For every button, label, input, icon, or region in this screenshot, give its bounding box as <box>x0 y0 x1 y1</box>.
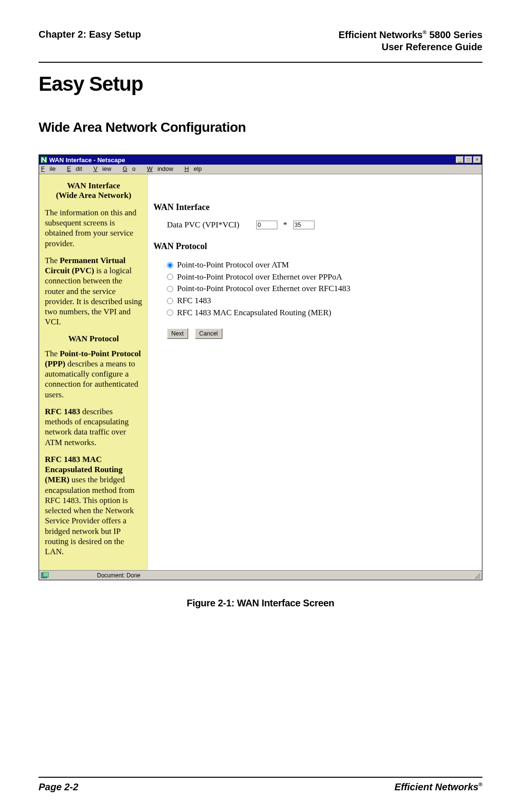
radio-ppp-eth-rfc1483[interactable] <box>167 286 173 292</box>
protocol-radio-option[interactable]: Point-to-Point Protocol over ATM <box>167 259 472 271</box>
radio-label: Point-to-Point Protocol over Ethernet ov… <box>177 271 342 283</box>
sidebar-heading: WAN Interface (Wide Area Network) <box>45 181 142 201</box>
next-button[interactable]: Next <box>167 328 188 339</box>
radio-ppp-eth-pppoa[interactable] <box>167 274 173 280</box>
top-rule <box>39 62 482 63</box>
vpi-input[interactable] <box>256 221 277 229</box>
menu-view[interactable]: View <box>94 166 116 172</box>
window-title-text: WAN Interface - Netscape <box>49 156 125 164</box>
protocol-radio-option[interactable]: Point-to-Point Protocol over Ethernet ov… <box>167 271 472 283</box>
radio-label: Point-to-Point Protocol over Ethernet ov… <box>177 283 350 295</box>
svg-rect-2 <box>43 572 49 577</box>
protocol-radio-option[interactable]: RFC 1483 <box>167 295 472 307</box>
sidebar-text: The Point-to-Point Protocol (PPP) descri… <box>45 349 142 400</box>
sidebar-text: The information on this and subsequent s… <box>45 208 142 249</box>
sidebar-text: RFC 1483 describes methods of encapsulat… <box>45 406 142 448</box>
radio-ppp-atm[interactable] <box>167 262 173 268</box>
sidebar-subheading: WAN Protocol <box>45 334 142 344</box>
protocol-radio-option[interactable]: Point-to-Point Protocol over Ethernet ov… <box>167 283 472 295</box>
data-pvc-label: Data PVC (VPI*VCI) <box>167 220 251 230</box>
section-heading: Wide Area Network Configuration <box>39 120 482 135</box>
radio-label: RFC 1483 MAC Encapsulated Routing (MER) <box>177 307 331 319</box>
cancel-button[interactable]: Cancel <box>195 328 222 339</box>
menu-go[interactable]: Go <box>123 166 140 172</box>
window-maximize-button[interactable]: □ <box>465 156 472 163</box>
protocol-radio-option[interactable]: RFC 1483 MAC Encapsulated Routing (MER) <box>167 307 472 319</box>
page-title: Easy Setup <box>39 72 482 96</box>
menu-file[interactable]: File <box>41 166 60 172</box>
window-titlebar: WAN Interface - Netscape _ □ × <box>39 155 482 165</box>
netscape-window: WAN Interface - Netscape _ □ × File Edit… <box>39 154 482 580</box>
sidebar-text: RFC 1483 MAC Encapsulated Routing (MER) … <box>45 454 142 557</box>
status-text: Document: Done <box>97 572 140 579</box>
sidebar-text: The Permanent Virtual Circuit (PVC) is a… <box>45 255 142 327</box>
vci-input[interactable] <box>293 221 315 229</box>
bottom-rule <box>39 777 482 778</box>
status-icon <box>41 572 49 579</box>
form-panel: WAN Interface Data PVC (VPI*VCI) * WAN P… <box>148 174 482 570</box>
window-close-button[interactable]: × <box>473 156 481 163</box>
help-sidebar: WAN Interface (Wide Area Network) The in… <box>39 174 148 570</box>
radio-label: RFC 1483 <box>177 295 211 307</box>
radio-rfc1483[interactable] <box>167 298 173 304</box>
figure-caption: Figure 2-1: WAN Interface Screen <box>39 598 482 609</box>
resize-grip-icon <box>473 572 480 579</box>
footer-brand: Efficient Networks® <box>395 782 482 793</box>
pvc-separator: * <box>283 220 288 230</box>
netscape-icon <box>41 156 47 163</box>
radio-rfc1483-mer[interactable] <box>167 309 173 316</box>
wan-protocol-heading: WAN Protocol <box>153 241 472 252</box>
radio-label: Point-to-Point Protocol over ATM <box>177 259 289 271</box>
doc-brand: Efficient Networks® 5800 Series User Ref… <box>339 29 482 53</box>
page-number: Page 2-2 <box>39 782 78 793</box>
window-menubar: File Edit View Go Window Help <box>39 165 482 174</box>
status-bar: Document: Done <box>39 570 482 580</box>
menu-help[interactable]: Help <box>184 166 206 172</box>
chapter-title: Chapter 2: Easy Setup <box>39 29 141 40</box>
window-minimize-button[interactable]: _ <box>456 156 464 163</box>
menu-window[interactable]: Window <box>147 166 178 172</box>
menu-edit[interactable]: Edit <box>67 166 87 172</box>
wan-interface-heading: WAN Interface <box>153 202 472 212</box>
